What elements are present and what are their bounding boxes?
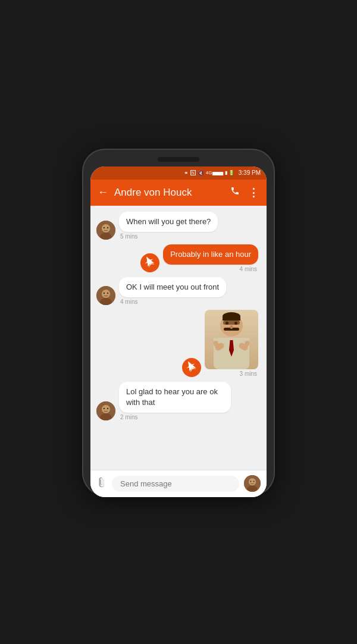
- message-timestamp: 5 mins: [119, 233, 139, 240]
- svg-point-22: [249, 478, 256, 485]
- svg-point-9: [102, 290, 110, 298]
- message-timestamp: 4 mins: [119, 299, 139, 305]
- mute-icon: 🔇: [198, 170, 204, 176]
- message-bubble: Probably in like an hour: [163, 244, 258, 265]
- phone-speaker: [158, 157, 199, 162]
- attach-button[interactable]: [96, 477, 107, 491]
- svg-point-3: [104, 227, 105, 228]
- messages-area: When will you get there? 5 mins Probably…: [90, 206, 267, 470]
- phone-call-button[interactable]: [230, 186, 240, 199]
- input-bar: [90, 470, 267, 497]
- status-time: 3:39 PM: [239, 169, 261, 176]
- svg-point-11: [104, 293, 105, 294]
- svg-point-19: [104, 408, 105, 409]
- message-input[interactable]: [112, 476, 239, 492]
- message-bubble-wrap: Lol glad to hear you are ok with that 2 …: [119, 382, 231, 420]
- message-row: Probably in like an hour 4 mins: [96, 244, 261, 272]
- sticker-bubble-wrap: 3 mins: [205, 310, 258, 377]
- avatar-me: [182, 358, 201, 377]
- app-bar: Andre von Houck ⋮: [90, 180, 267, 206]
- message-row: OK I will meet you out front 4 mins: [96, 277, 261, 305]
- message-bubble: OK I will meet you out front: [119, 277, 226, 297]
- message-bubble-wrap: When will you get there? 5 mins: [119, 212, 218, 240]
- status-icons: ⚭ N 🔇 4G▅▅▅ ▮ 🔋 3:39 PM: [184, 169, 261, 176]
- message-row: Lol glad to hear you are ok with that 2 …: [96, 382, 261, 420]
- back-button[interactable]: [98, 186, 108, 199]
- svg-point-24: [250, 480, 251, 482]
- message-timestamp: 2 mins: [119, 414, 139, 420]
- signal-icon: 4G▅▅▅: [206, 170, 223, 175]
- svg-point-4: [107, 227, 108, 228]
- sticker-bubble: [205, 310, 258, 369]
- message-row: When will you get there? 5 mins: [96, 212, 261, 240]
- conversation-title: Andre von Houck: [114, 187, 224, 199]
- svg-point-20: [107, 408, 108, 409]
- app-bar-actions: ⋮: [230, 186, 259, 199]
- message-row: 3 mins: [96, 310, 261, 377]
- message-text: OK I will meet you out front: [126, 282, 219, 291]
- avatar: [96, 286, 115, 305]
- message-bubble: When will you get there?: [119, 212, 218, 232]
- message-bubble-wrap: OK I will meet you out front 4 mins: [119, 277, 226, 305]
- avatar-input-me: [244, 475, 261, 492]
- svg-point-12: [107, 293, 108, 294]
- avatar-me: [140, 253, 159, 272]
- avatar: [96, 221, 115, 240]
- message-text: Probably in like an hour: [170, 250, 251, 259]
- svg-point-17: [102, 405, 110, 413]
- message-bubble: Lol glad to hear you are ok with that: [119, 382, 231, 413]
- message-bubble-wrap: Probably in like an hour 4 mins: [163, 244, 258, 272]
- message-text: When will you get there?: [126, 217, 211, 226]
- avatar: [96, 401, 115, 420]
- message-timestamp: 4 mins: [239, 266, 258, 272]
- phone-screen: ⚭ N 🔇 4G▅▅▅ ▮ 🔋 3:39 PM Andre von Houck …: [90, 167, 267, 497]
- nfc-icon: N: [190, 170, 196, 175]
- status-bar: ⚭ N 🔇 4G▅▅▅ ▮ 🔋 3:39 PM: [90, 167, 267, 180]
- more-options-button[interactable]: ⋮: [248, 186, 259, 199]
- message-timestamp: 3 mins: [239, 370, 258, 377]
- svg-point-25: [253, 480, 255, 482]
- svg-point-1: [102, 224, 110, 233]
- bluetooth-icon: ⚭: [184, 170, 189, 176]
- phone-device: ⚭ N 🔇 4G▅▅▅ ▮ 🔋 3:39 PM Andre von Houck …: [83, 150, 274, 495]
- message-text: Lol glad to hear you are ok with that: [126, 387, 218, 407]
- battery-icon: ▮ 🔋: [225, 170, 234, 175]
